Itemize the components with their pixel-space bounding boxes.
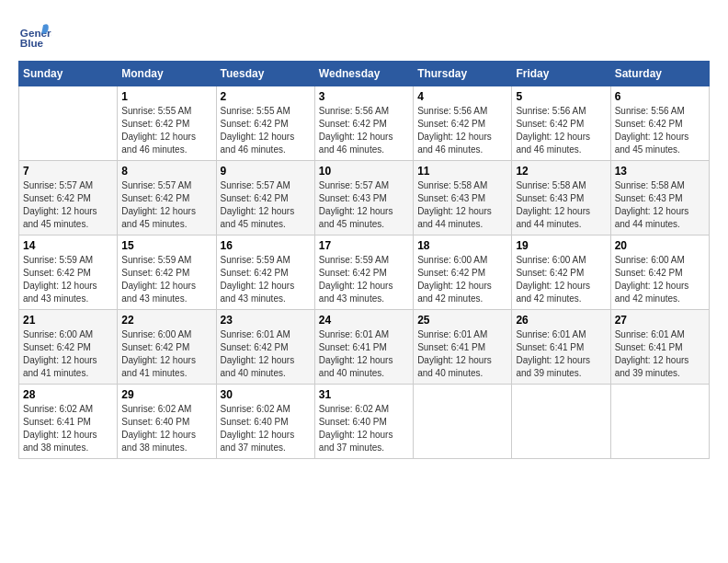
calendar-week-5: 28Sunrise: 6:02 AM Sunset: 6:41 PM Dayli… — [19, 385, 710, 459]
day-number: 27 — [615, 314, 705, 327]
day-number: 25 — [417, 314, 507, 327]
weekday-header-friday: Friday — [512, 62, 610, 86]
day-info: Sunrise: 5:58 AM Sunset: 6:43 PM Dayligh… — [417, 179, 507, 231]
calendar-cell: 29Sunrise: 6:02 AM Sunset: 6:40 PM Dayli… — [118, 385, 216, 459]
day-number: 8 — [121, 165, 211, 178]
calendar-cell — [610, 385, 709, 459]
day-number: 12 — [516, 165, 606, 178]
day-info: Sunrise: 5:58 AM Sunset: 6:43 PM Dayligh… — [516, 179, 606, 231]
calendar-cell: 28Sunrise: 6:02 AM Sunset: 6:41 PM Dayli… — [19, 385, 118, 459]
day-info: Sunrise: 5:55 AM Sunset: 6:42 PM Dayligh… — [121, 105, 211, 156]
day-info: Sunrise: 6:00 AM Sunset: 6:42 PM Dayligh… — [121, 328, 211, 380]
day-info: Sunrise: 6:01 AM Sunset: 6:41 PM Dayligh… — [516, 328, 606, 380]
calendar-cell: 1Sunrise: 5:55 AM Sunset: 6:42 PM Daylig… — [118, 86, 216, 161]
day-info: Sunrise: 6:02 AM Sunset: 6:41 PM Dayligh… — [23, 403, 113, 454]
day-number: 21 — [23, 314, 113, 327]
calendar-cell — [414, 385, 512, 459]
day-info: Sunrise: 5:59 AM Sunset: 6:42 PM Dayligh… — [221, 254, 311, 305]
calendar-week-1: 1Sunrise: 5:55 AM Sunset: 6:42 PM Daylig… — [19, 86, 710, 161]
day-number: 16 — [221, 239, 311, 252]
calendar-cell: 24Sunrise: 6:01 AM Sunset: 6:41 PM Dayli… — [314, 310, 413, 385]
day-number: 28 — [23, 388, 113, 401]
calendar-cell: 10Sunrise: 5:57 AM Sunset: 6:43 PM Dayli… — [314, 161, 413, 236]
day-info: Sunrise: 6:01 AM Sunset: 6:41 PM Dayligh… — [615, 328, 705, 380]
day-number: 17 — [319, 239, 409, 252]
calendar-cell: 5Sunrise: 5:56 AM Sunset: 6:42 PM Daylig… — [512, 86, 610, 161]
day-number: 10 — [319, 165, 409, 178]
day-info: Sunrise: 5:59 AM Sunset: 6:42 PM Dayligh… — [23, 254, 113, 305]
calendar-cell: 11Sunrise: 5:58 AM Sunset: 6:43 PM Dayli… — [414, 161, 512, 236]
calendar-cell: 13Sunrise: 5:58 AM Sunset: 6:43 PM Dayli… — [610, 161, 709, 236]
day-number: 30 — [221, 388, 311, 401]
calendar-cell: 21Sunrise: 6:00 AM Sunset: 6:42 PM Dayli… — [19, 310, 118, 385]
calendar-cell: 19Sunrise: 6:00 AM Sunset: 6:42 PM Dayli… — [512, 236, 610, 310]
calendar-cell: 14Sunrise: 5:59 AM Sunset: 6:42 PM Dayli… — [19, 236, 118, 310]
calendar-cell: 7Sunrise: 5:57 AM Sunset: 6:42 PM Daylig… — [19, 161, 118, 236]
calendar-week-2: 7Sunrise: 5:57 AM Sunset: 6:42 PM Daylig… — [19, 161, 710, 236]
logo-icon: General Blue — [18, 18, 51, 52]
day-info: Sunrise: 5:57 AM Sunset: 6:42 PM Dayligh… — [23, 179, 113, 231]
day-info: Sunrise: 5:59 AM Sunset: 6:42 PM Dayligh… — [121, 254, 211, 305]
day-info: Sunrise: 5:56 AM Sunset: 6:42 PM Dayligh… — [417, 105, 507, 156]
calendar-week-3: 14Sunrise: 5:59 AM Sunset: 6:42 PM Dayli… — [19, 236, 710, 310]
calendar-cell: 6Sunrise: 5:56 AM Sunset: 6:42 PM Daylig… — [610, 86, 709, 161]
day-number: 29 — [121, 388, 211, 401]
day-info: Sunrise: 5:56 AM Sunset: 6:42 PM Dayligh… — [319, 105, 409, 156]
day-number: 20 — [615, 239, 705, 252]
day-number: 9 — [221, 165, 311, 178]
day-number: 14 — [23, 239, 113, 252]
calendar-cell: 17Sunrise: 5:59 AM Sunset: 6:42 PM Dayli… — [314, 236, 413, 310]
calendar-cell — [19, 86, 118, 161]
logo: General Blue — [18, 18, 55, 52]
calendar-cell: 3Sunrise: 5:56 AM Sunset: 6:42 PM Daylig… — [314, 86, 413, 161]
calendar-cell: 26Sunrise: 6:01 AM Sunset: 6:41 PM Dayli… — [512, 310, 610, 385]
day-number: 7 — [23, 165, 113, 178]
day-number: 15 — [121, 239, 211, 252]
calendar-cell: 20Sunrise: 6:00 AM Sunset: 6:42 PM Dayli… — [610, 236, 709, 310]
day-info: Sunrise: 6:02 AM Sunset: 6:40 PM Dayligh… — [319, 403, 409, 454]
page-header: General Blue — [18, 18, 710, 52]
calendar-cell — [512, 385, 610, 459]
day-number: 31 — [319, 388, 409, 401]
day-info: Sunrise: 5:56 AM Sunset: 6:42 PM Dayligh… — [615, 105, 705, 156]
calendar-cell: 18Sunrise: 6:00 AM Sunset: 6:42 PM Dayli… — [414, 236, 512, 310]
day-number: 4 — [417, 90, 507, 103]
day-info: Sunrise: 5:57 AM Sunset: 6:43 PM Dayligh… — [319, 179, 409, 231]
calendar-cell: 2Sunrise: 5:55 AM Sunset: 6:42 PM Daylig… — [216, 86, 314, 161]
day-number: 26 — [516, 314, 606, 327]
calendar-cell: 25Sunrise: 6:01 AM Sunset: 6:41 PM Dayli… — [414, 310, 512, 385]
day-info: Sunrise: 6:00 AM Sunset: 6:42 PM Dayligh… — [417, 254, 507, 305]
day-number: 3 — [319, 90, 409, 103]
calendar-cell: 9Sunrise: 5:57 AM Sunset: 6:42 PM Daylig… — [216, 161, 314, 236]
calendar-week-4: 21Sunrise: 6:00 AM Sunset: 6:42 PM Dayli… — [19, 310, 710, 385]
day-info: Sunrise: 6:00 AM Sunset: 6:42 PM Dayligh… — [23, 328, 113, 380]
calendar-body: 1Sunrise: 5:55 AM Sunset: 6:42 PM Daylig… — [19, 86, 710, 459]
svg-text:Blue: Blue — [20, 37, 44, 49]
day-info: Sunrise: 6:00 AM Sunset: 6:42 PM Dayligh… — [516, 254, 606, 305]
day-info: Sunrise: 6:01 AM Sunset: 6:41 PM Dayligh… — [319, 328, 409, 380]
day-number: 19 — [516, 239, 606, 252]
day-number: 18 — [417, 239, 507, 252]
weekday-header-thursday: Thursday — [414, 62, 512, 86]
weekday-header-tuesday: Tuesday — [216, 62, 314, 86]
calendar-cell: 8Sunrise: 5:57 AM Sunset: 6:42 PM Daylig… — [118, 161, 216, 236]
day-info: Sunrise: 5:56 AM Sunset: 6:42 PM Dayligh… — [516, 105, 606, 156]
calendar-cell: 22Sunrise: 6:00 AM Sunset: 6:42 PM Dayli… — [118, 310, 216, 385]
weekday-header-sunday: Sunday — [19, 62, 118, 86]
day-info: Sunrise: 6:02 AM Sunset: 6:40 PM Dayligh… — [221, 403, 311, 454]
day-info: Sunrise: 6:00 AM Sunset: 6:42 PM Dayligh… — [615, 254, 705, 305]
day-info: Sunrise: 5:57 AM Sunset: 6:42 PM Dayligh… — [121, 179, 211, 231]
calendar-cell: 27Sunrise: 6:01 AM Sunset: 6:41 PM Dayli… — [610, 310, 709, 385]
calendar-cell: 30Sunrise: 6:02 AM Sunset: 6:40 PM Dayli… — [216, 385, 314, 459]
day-info: Sunrise: 5:55 AM Sunset: 6:42 PM Dayligh… — [221, 105, 311, 156]
day-info: Sunrise: 6:01 AM Sunset: 6:41 PM Dayligh… — [417, 328, 507, 380]
day-info: Sunrise: 5:57 AM Sunset: 6:42 PM Dayligh… — [221, 179, 311, 231]
calendar-cell: 31Sunrise: 6:02 AM Sunset: 6:40 PM Dayli… — [314, 385, 413, 459]
day-info: Sunrise: 6:01 AM Sunset: 6:42 PM Dayligh… — [221, 328, 311, 380]
weekday-header-saturday: Saturday — [610, 62, 709, 86]
day-number: 1 — [121, 90, 211, 103]
calendar-cell: 15Sunrise: 5:59 AM Sunset: 6:42 PM Dayli… — [118, 236, 216, 310]
day-info: Sunrise: 6:02 AM Sunset: 6:40 PM Dayligh… — [121, 403, 211, 454]
calendar-cell: 12Sunrise: 5:58 AM Sunset: 6:43 PM Dayli… — [512, 161, 610, 236]
weekday-header-wednesday: Wednesday — [314, 62, 413, 86]
